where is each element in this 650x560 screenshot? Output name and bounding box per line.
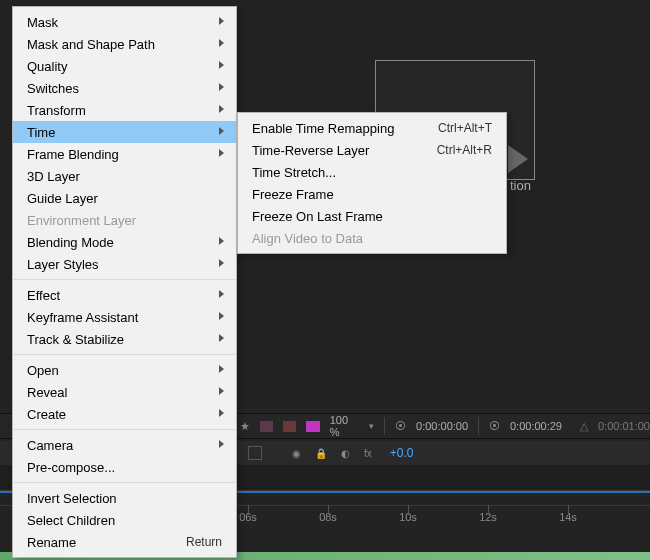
menu-item-label: Pre-compose... [27, 460, 115, 475]
menu-item-camera[interactable]: Camera [13, 434, 236, 456]
menu-item-label: Frame Blending [27, 147, 119, 162]
menu-item-label: Freeze On Last Frame [252, 209, 383, 224]
ruler-tick [328, 505, 329, 515]
label-swatch[interactable] [260, 421, 273, 432]
chevron-right-icon [218, 364, 226, 374]
chevron-right-icon [218, 311, 226, 321]
layer-context-menu: MaskMask and Shape PathQualitySwitchesTr… [12, 6, 237, 558]
submenu-item-time-reverse-layer[interactable]: Time-Reverse LayerCtrl+Alt+R [238, 139, 506, 161]
chevron-right-icon [218, 408, 226, 418]
ruler-tick [408, 505, 409, 515]
menu-item-transform[interactable]: Transform [13, 99, 236, 121]
menu-item-mask[interactable]: Mask [13, 11, 236, 33]
menu-item-open[interactable]: Open [13, 359, 236, 381]
chevron-right-icon [218, 82, 226, 92]
bracket-icon[interactable]: ⦿ [489, 420, 500, 432]
menu-item-layer-styles[interactable]: Layer Styles [13, 253, 236, 275]
timecode-in[interactable]: 0:00:00:00 [416, 420, 468, 432]
menu-shortcut: Return [186, 535, 222, 549]
submenu-item-align-video-to-data: Align Video to Data [238, 227, 506, 249]
menu-item-track-stabilize[interactable]: Track & Stabilize [13, 328, 236, 350]
menu-item-environment-layer: Environment Layer [13, 209, 236, 231]
menu-item-label: Enable Time Remapping [252, 121, 394, 136]
menu-item-label: Rename [27, 535, 76, 550]
chevron-right-icon [218, 289, 226, 299]
label-swatch[interactable] [283, 421, 296, 432]
menu-item-label: Effect [27, 288, 60, 303]
star-icon[interactable]: ★ [240, 420, 250, 433]
preview-label-fragment: tion [510, 178, 531, 193]
submenu-item-freeze-on-last-frame[interactable]: Freeze On Last Frame [238, 205, 506, 227]
menu-separator [14, 429, 235, 430]
menu-item-label: Freeze Frame [252, 187, 334, 202]
timecode-marker: +0.0 [390, 446, 414, 460]
shy-icon[interactable]: ◐ [341, 448, 350, 459]
menu-item-select-children[interactable]: Select Children [13, 509, 236, 531]
zoom-value[interactable]: 100 % [330, 414, 359, 438]
menu-item-pre-compose[interactable]: Pre-compose... [13, 456, 236, 478]
menu-item-switches[interactable]: Switches [13, 77, 236, 99]
label-swatch[interactable] [306, 421, 319, 432]
chevron-right-icon [218, 60, 226, 70]
fx-icon[interactable]: fx [364, 448, 372, 459]
timecode-dur[interactable]: 0:00:00:29 [510, 420, 562, 432]
ruler-tick [568, 505, 569, 515]
menu-item-reveal[interactable]: Reveal [13, 381, 236, 403]
chevron-right-icon [218, 439, 226, 449]
menu-item-mask-and-shape-path[interactable]: Mask and Shape Path [13, 33, 236, 55]
menu-item-3d-layer[interactable]: 3D Layer [13, 165, 236, 187]
chevron-right-icon [218, 236, 226, 246]
menu-shortcut: Ctrl+Alt+T [438, 121, 492, 135]
menu-item-label: Keyframe Assistant [27, 310, 138, 325]
menu-item-blending-mode[interactable]: Blending Mode [13, 231, 236, 253]
menu-item-label: Track & Stabilize [27, 332, 124, 347]
chevron-right-icon [218, 104, 226, 114]
menu-item-label: Invert Selection [27, 491, 117, 506]
menu-shortcut: Ctrl+Alt+R [437, 143, 492, 157]
submenu-item-time-stretch[interactable]: Time Stretch... [238, 161, 506, 183]
ruler-tick [248, 505, 249, 515]
menu-item-label: Mask and Shape Path [27, 37, 155, 52]
menu-item-frame-blending[interactable]: Frame Blending [13, 143, 236, 165]
menu-item-rename[interactable]: RenameReturn [13, 531, 236, 553]
chevron-right-icon [218, 148, 226, 158]
lock-icon[interactable]: 🔒 [315, 448, 327, 459]
menu-item-label: Select Children [27, 513, 115, 528]
menu-item-label: Guide Layer [27, 191, 98, 206]
menu-item-label: Time-Reverse Layer [252, 143, 369, 158]
chevron-right-icon [218, 126, 226, 136]
menu-item-quality[interactable]: Quality [13, 55, 236, 77]
submenu-item-freeze-frame[interactable]: Freeze Frame [238, 183, 506, 205]
timecode-out[interactable]: 0:00:01:00 [598, 420, 650, 432]
menu-item-label: Time [27, 125, 55, 140]
ruler-tick [488, 505, 489, 515]
bracket-icon[interactable]: ⦿ [395, 420, 406, 432]
chevron-right-icon [218, 258, 226, 268]
menu-item-label: Mask [27, 15, 58, 30]
menu-item-label: Align Video to Data [252, 231, 363, 246]
menu-item-label: 3D Layer [27, 169, 80, 184]
play-glyph [508, 145, 528, 173]
menu-item-label: Time Stretch... [252, 165, 336, 180]
menu-item-guide-layer[interactable]: Guide Layer [13, 187, 236, 209]
chevron-right-icon [218, 16, 226, 26]
menu-item-time[interactable]: Time [13, 121, 236, 143]
chevron-right-icon [218, 386, 226, 396]
column-toggle[interactable] [248, 446, 262, 460]
menu-item-create[interactable]: Create [13, 403, 236, 425]
menu-item-label: Environment Layer [27, 213, 136, 228]
submenu-item-enable-time-remapping[interactable]: Enable Time RemappingCtrl+Alt+T [238, 117, 506, 139]
menu-item-effect[interactable]: Effect [13, 284, 236, 306]
menu-item-label: Blending Mode [27, 235, 114, 250]
menu-item-invert-selection[interactable]: Invert Selection [13, 487, 236, 509]
chevron-down-icon[interactable]: ▾ [369, 421, 374, 431]
menu-item-label: Switches [27, 81, 79, 96]
menu-item-label: Reveal [27, 385, 67, 400]
menu-item-label: Camera [27, 438, 73, 453]
time-submenu: Enable Time RemappingCtrl+Alt+TTime-Reve… [237, 112, 507, 254]
chevron-right-icon [218, 333, 226, 343]
menu-separator [14, 279, 235, 280]
menu-item-keyframe-assistant[interactable]: Keyframe Assistant [13, 306, 236, 328]
menu-item-label: Layer Styles [27, 257, 99, 272]
eye-icon[interactable]: ◉ [292, 448, 301, 459]
